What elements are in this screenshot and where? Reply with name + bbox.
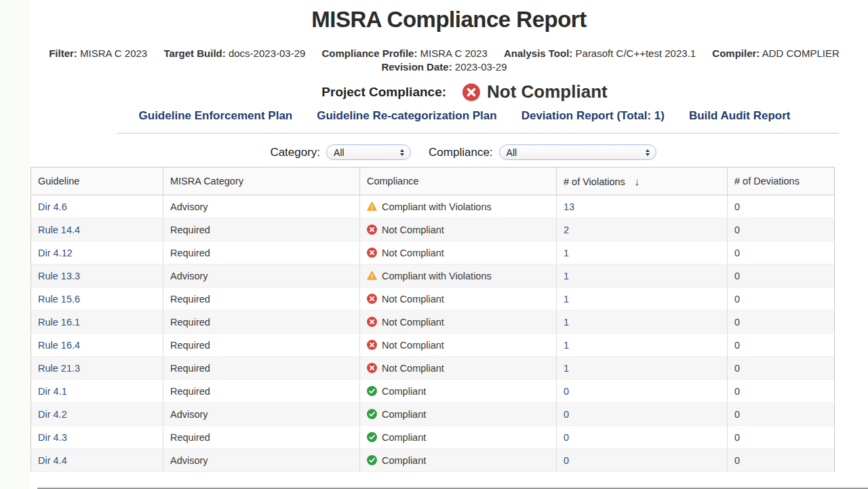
guideline-link[interactable]: Rule 21.3 [38, 363, 80, 374]
guidelines-table-body: Dir 4.6AdvisoryCompliant with Violations… [31, 195, 835, 472]
guideline-link[interactable]: Rule 16.4 [38, 340, 80, 351]
column-header-compliance[interactable]: Compliance [360, 168, 557, 195]
table-row: Rule 16.4RequiredNot Compliant10 [31, 334, 835, 357]
meta-analysis-tool: Analysis Tool: Parasoft C/C++test 2023.1 [504, 47, 696, 59]
category-select-value: All [334, 147, 344, 158]
violations-count-link[interactable]: 0 [564, 455, 569, 466]
link-build-audit-report[interactable]: Build Audit Report [689, 109, 791, 123]
misra-category-cell: Required [163, 380, 360, 403]
compliance-cell: Compliant with Violations [360, 195, 557, 218]
violations-count-link[interactable]: 0 [564, 386, 569, 397]
guideline-cell: Rule 15.6 [31, 288, 163, 311]
misra-category-cell: Required [163, 426, 360, 449]
deviations-cell: 0 [728, 265, 835, 288]
link-guideline-enforcement-plan[interactable]: Guideline Enforcement Plan [139, 109, 293, 123]
guideline-link[interactable]: Rule 13.3 [38, 271, 80, 281]
violations-cell: 0 [557, 426, 728, 449]
success-icon [367, 432, 377, 442]
guideline-link[interactable]: Rule 16.1 [38, 317, 80, 328]
table-row: Dir 4.1RequiredCompliant00 [31, 380, 835, 403]
table-row: Dir 4.6AdvisoryCompliant with Violations… [31, 195, 835, 218]
violations-count-link[interactable]: 1 [564, 294, 569, 305]
violations-count-link[interactable]: 13 [564, 201, 574, 212]
report-nav: Guideline Enforcement Plan Guideline Re-… [31, 109, 868, 123]
table-row: Dir 4.3RequiredCompliant00 [31, 426, 835, 449]
select-arrows-icon [646, 149, 650, 156]
violations-cell: 1 [557, 265, 728, 288]
table-row: Rule 21.3RequiredNot Compliant10 [31, 357, 835, 380]
error-icon [367, 294, 377, 304]
meta-revision-date: Revision Date: 2023-03-29 [10, 61, 868, 73]
violations-count-link[interactable]: 1 [564, 317, 569, 328]
misra-category-cell: Required [163, 334, 360, 357]
violations-cell: 13 [557, 195, 728, 218]
guideline-cell: Rule 13.3 [31, 265, 163, 288]
error-icon [367, 363, 377, 373]
deviations-cell: 0 [728, 288, 835, 311]
misra-category-cell: Advisory [163, 449, 360, 472]
meta-target-build: Target Build: docs-2023-03-29 [163, 47, 305, 59]
violations-cell: 0 [557, 380, 728, 403]
misra-category-cell: Required [163, 357, 360, 380]
guideline-cell: Rule 21.3 [31, 357, 163, 380]
compliance-cell: Not Compliant [360, 357, 557, 380]
select-arrows-icon [400, 149, 404, 156]
error-icon [367, 340, 377, 350]
table-row: Rule 14.4RequiredNot Compliant20 [31, 218, 835, 241]
meta-compiler: Compiler: ADD COMPLIER [712, 47, 840, 59]
misra-category-cell: Advisory [163, 403, 360, 426]
violations-count-link[interactable]: 0 [564, 432, 569, 443]
not-compliant-icon [462, 83, 480, 101]
deviations-cell: 0 [728, 380, 835, 403]
misra-category-cell: Required [163, 288, 360, 311]
link-guideline-recategorization-plan[interactable]: Guideline Re-categorization Plan [317, 109, 496, 123]
compliance-filter-label: Compliance: [429, 146, 493, 159]
column-header-guideline[interactable]: Guideline [31, 168, 163, 195]
page-title: MISRA Compliance Report [15, 7, 868, 33]
misra-category-cell: Advisory [163, 265, 360, 288]
violations-count-link[interactable]: 1 [564, 363, 569, 374]
violations-count-link[interactable]: 2 [564, 224, 569, 235]
guideline-link[interactable]: Dir 4.3 [38, 432, 67, 443]
report-meta: Filter: MISRA C 2023 Target Build: docs-… [10, 47, 868, 59]
compliance-cell: Not Compliant [360, 311, 557, 334]
guideline-link[interactable]: Dir 4.1 [38, 386, 67, 397]
table-row: Dir 4.12RequiredNot Compliant10 [31, 241, 835, 265]
column-header-violations[interactable]: # of Violations↓ [557, 168, 728, 195]
success-icon [367, 409, 377, 419]
sort-descending-icon[interactable]: ↓ [635, 176, 640, 187]
violations-cell: 1 [557, 334, 728, 357]
guideline-link[interactable]: Rule 15.6 [38, 294, 80, 305]
deviations-cell: 0 [728, 311, 835, 334]
compliance-cell: Not Compliant [360, 334, 557, 357]
guideline-link[interactable]: Dir 4.2 [38, 409, 67, 420]
project-compliance-label: Project Compliance: [321, 85, 446, 100]
compliance-select[interactable]: All [499, 144, 656, 160]
meta-compliance-profile: Compliance Profile: MISRA C 2023 [322, 47, 488, 59]
guideline-link[interactable]: Dir 4.4 [38, 455, 67, 466]
column-header-deviations[interactable]: # of Deviations [728, 168, 835, 195]
compliance-cell: Not Compliant [360, 288, 557, 311]
violations-count-link[interactable]: 1 [564, 271, 569, 281]
violations-count-link[interactable]: 1 [564, 248, 569, 258]
violations-count-link[interactable]: 1 [564, 340, 569, 351]
misra-category-cell: Required [163, 218, 360, 241]
violations-cell: 1 [557, 241, 728, 265]
category-filter-group: Category: All [270, 144, 411, 160]
violations-cell: 1 [557, 357, 728, 380]
guideline-link[interactable]: Dir 4.12 [38, 248, 73, 258]
compliance-select-value: All [507, 147, 517, 158]
guideline-link[interactable]: Rule 14.4 [38, 224, 80, 235]
category-select[interactable]: All [326, 144, 411, 160]
link-deviation-report[interactable]: Deviation Report (Total: 1) [521, 109, 665, 123]
guideline-cell: Rule 16.4 [31, 334, 163, 357]
violations-count-link[interactable]: 0 [564, 409, 569, 420]
deviations-cell: 0 [728, 195, 835, 218]
success-icon [367, 386, 377, 396]
compliance-cell: Compliant [360, 403, 557, 426]
compliance-cell: Not Compliant [360, 241, 557, 265]
guideline-link[interactable]: Dir 4.6 [38, 201, 67, 212]
success-icon [367, 455, 377, 465]
compliance-cell: Compliant [360, 449, 557, 472]
column-header-misra-category[interactable]: MISRA Category [163, 168, 360, 195]
